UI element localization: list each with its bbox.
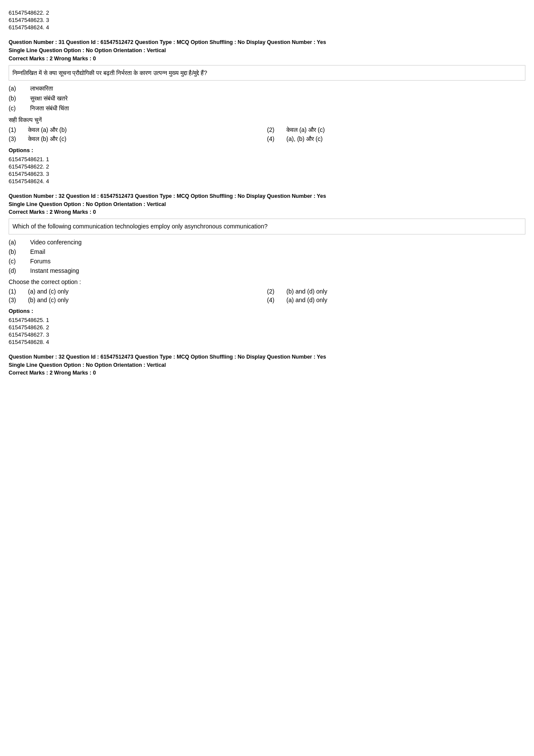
q32a-list-1: 61547548625. 1 (9, 317, 525, 323)
q31-col-opt-2: (2) केवल (a) और (c) (267, 126, 525, 134)
q32a-choose-label: Choose the correct option : (9, 278, 525, 285)
q31-col-opt-2-num: (2) (267, 126, 286, 133)
q32a-list-4: 61547548628. 4 (9, 339, 525, 345)
q31-col-opt-3-text: केवल (b) और (c) (28, 135, 66, 143)
q32a-option-a: (a) Video conferencing (9, 239, 525, 246)
question-32a: Question Number : 32 Question Id : 61547… (9, 192, 525, 345)
q31-col-opt-4-text: (a), (b) और (c) (286, 135, 323, 143)
q32a-col-opt-2-text: (b) and (d) only (286, 288, 327, 295)
q31-option-b-label: (b) (9, 95, 30, 102)
q31-question-text: निम्नलिखित में से क्या सूचना प्रौद्योगिक… (9, 65, 525, 81)
top-opt-2: 61547548623. 3 (9, 17, 525, 23)
q32a-col-opt-3: (3) (b) and (c) only (9, 297, 267, 303)
q32a-col-opt-4: (4) (a) and (d) only (267, 297, 525, 303)
q32a-options-list: 61547548625. 1 61547548626. 2 6154754862… (9, 317, 525, 345)
q31-marks: Correct Marks : 2 Wrong Marks : 0 (9, 56, 525, 62)
q31-options-list: 61547548621. 1 61547548622. 2 6154754862… (9, 156, 525, 184)
q31-col-opt-1-num: (1) (9, 126, 28, 133)
q32a-meta-line2: Single Line Question Option : No Option … (9, 201, 166, 207)
q31-option-a: (a) लाभकारिता (9, 85, 525, 92)
q31-option-c: (c) निजता संबंधी चिंता (9, 105, 525, 112)
q32b-meta-line1: Question Number : 32 Question Id : 61547… (9, 354, 326, 360)
q32a-col-opt-2: (2) (b) and (d) only (267, 288, 525, 295)
q32a-meta: Question Number : 32 Question Id : 61547… (9, 192, 525, 209)
q32a-option-c-label: (c) (9, 258, 30, 265)
q31-col-opt-4: (4) (a), (b) और (c) (267, 135, 525, 143)
q31-col-opt-3: (3) केवल (b) और (c) (9, 135, 267, 143)
q32a-option-c: (c) Forums (9, 258, 525, 265)
q31-meta: Question Number : 31 Question Id : 61547… (9, 38, 525, 55)
q31-list-4: 61547548624. 4 (9, 178, 525, 184)
q32a-option-a-text: Video conferencing (30, 239, 82, 246)
q31-option-c-label: (c) (9, 105, 30, 112)
q32a-list-2: 61547548626. 2 (9, 324, 525, 331)
question-31: Question Number : 31 Question Id : 61547… (9, 38, 525, 184)
q31-option-c-text: निजता संबंधी चिंता (30, 105, 69, 112)
q32b-marks: Correct Marks : 2 Wrong Marks : 0 (9, 370, 525, 376)
q32a-marks: Correct Marks : 2 Wrong Marks : 0 (9, 209, 525, 215)
q32a-col-opt-2-num: (2) (267, 288, 286, 295)
q31-list-1: 61547548621. 1 (9, 156, 525, 162)
q31-col-opt-1: (1) केवल (a) और (b) (9, 126, 267, 134)
q32a-col-opt-1: (1) (a) and (c) only (9, 288, 267, 295)
q32a-question-text: Which of the following communication tec… (9, 219, 525, 234)
q32a-col-opt-3-num: (3) (9, 297, 28, 303)
q31-options-header: Options : (9, 147, 525, 153)
q32a-option-c-text: Forums (30, 258, 50, 265)
q31-meta-line1: Question Number : 31 Question Id : 61547… (9, 39, 326, 45)
top-options-section: 61547548622. 2 61547548623. 3 6154754862… (9, 9, 525, 31)
q31-choose-label: सही विकल्प चुनें (9, 116, 525, 124)
q32a-col-opt-4-text: (a) and (d) only (286, 297, 327, 303)
q31-answer-options: (a) लाभकारिता (b) सुरक्षा संबंधी खतरे (c… (9, 85, 525, 112)
q32a-option-b-label: (b) (9, 248, 30, 255)
q32a-meta-line1: Question Number : 32 Question Id : 61547… (9, 193, 326, 199)
q32a-col-opt-1-text: (a) and (c) only (28, 288, 68, 295)
q32a-col-opt-4-num: (4) (267, 297, 286, 303)
q32a-option-b-text: Email (30, 248, 45, 255)
q31-option-a-text: लाभकारिता (30, 85, 53, 92)
q31-option-a-label: (a) (9, 85, 30, 92)
q32a-list-3: 61547548627. 3 (9, 331, 525, 338)
q31-option-b-text: सुरक्षा संबंधी खतरे (30, 95, 68, 102)
q32b-meta: Question Number : 32 Question Id : 61547… (9, 353, 525, 369)
q32a-answer-options: (a) Video conferencing (b) Email (c) For… (9, 239, 525, 274)
q32a-two-col-options: (1) (a) and (c) only (2) (b) and (d) onl… (9, 288, 525, 303)
q31-list-3: 61547548623. 3 (9, 171, 525, 177)
q32a-col-opt-3-text: (b) and (c) only (28, 297, 68, 303)
top-opt-3: 61547548624. 4 (9, 24, 525, 31)
q32a-option-a-label: (a) (9, 239, 30, 246)
q31-col-opt-3-num: (3) (9, 135, 28, 142)
top-opt-1: 61547548622. 2 (9, 9, 525, 16)
question-32b: Question Number : 32 Question Id : 61547… (9, 353, 525, 376)
q31-col-opt-2-text: केवल (a) और (c) (286, 126, 325, 134)
q31-option-b: (b) सुरक्षा संबंधी खतरे (9, 95, 525, 102)
q32a-col-opt-1-num: (1) (9, 288, 28, 295)
q32b-meta-line2: Single Line Question Option : No Option … (9, 362, 166, 368)
q32a-option-d-text: Instant messaging (30, 267, 79, 274)
q32a-options-header: Options : (9, 308, 525, 314)
q31-col-opt-4-num: (4) (267, 135, 286, 142)
q31-two-col-options: (1) केवल (a) और (b) (2) केवल (a) और (c) … (9, 126, 525, 143)
q31-meta-line2: Single Line Question Option : No Option … (9, 47, 166, 53)
q31-list-2: 61547548622. 2 (9, 163, 525, 170)
q32a-option-d: (d) Instant messaging (9, 267, 525, 274)
q32a-option-b: (b) Email (9, 248, 525, 255)
q31-col-opt-1-text: केवल (a) और (b) (28, 126, 67, 134)
q32a-option-d-label: (d) (9, 267, 30, 274)
